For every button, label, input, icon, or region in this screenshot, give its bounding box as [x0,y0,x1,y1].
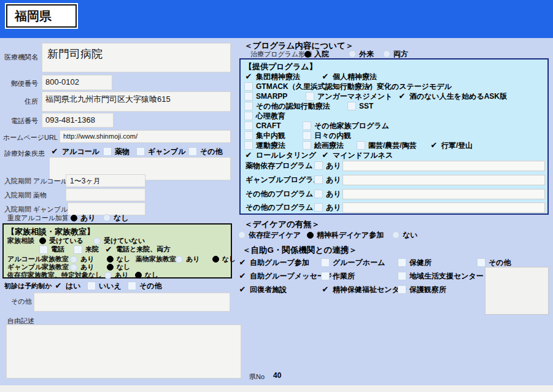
radio[interactable] [392,231,400,239]
radio[interactable] [103,214,110,221]
drug-class-ari[interactable]: あり [176,255,212,264]
gamble-program-field[interactable] [342,175,545,185]
checkbox[interactable] [430,141,438,150]
program-role-lettering[interactable]: ロールレタリング [244,150,321,161]
checkbox[interactable] [321,72,330,81]
radio[interactable] [349,50,356,58]
program-group-psychotherapy[interactable]: 集団精神療法 [244,72,321,82]
severe-option-nashi[interactable]: なし [103,213,129,223]
program-hiking[interactable]: 行軍/登山 [430,140,473,151]
coop-community-support[interactable]: 地域生活支援センター [398,271,484,282]
radio[interactable] [93,237,101,245]
program-psychoeducation[interactable]: 心理教育 [244,111,285,121]
checkbox[interactable] [39,245,48,254]
program-intensive-naikan[interactable]: 集中内観 [244,131,303,141]
checkbox[interactable] [303,131,311,140]
other-program-field-2[interactable] [342,202,545,213]
homepage-url-field[interactable]: http://www.shinmoji.com/ [60,130,231,143]
other-program-ari-2[interactable]: あり [314,202,342,213]
program-mindfulness[interactable]: マインドフルネス [321,150,393,161]
checkbox[interactable] [244,131,253,140]
program-other-family[interactable]: その他家族プログラム [303,121,389,131]
checkbox[interactable] [398,272,406,280]
facility-name-field[interactable]: 新門司病院 [42,43,231,72]
checkbox[interactable] [244,102,253,110]
mode-option-inpatient[interactable]: 入院 [304,49,349,60]
coop-health-center[interactable]: 保健所 [398,258,477,268]
checkbox[interactable] [74,245,82,254]
radio[interactable] [107,256,114,263]
checkbox[interactable] [104,245,113,254]
first-visit-other[interactable]: その他 [128,281,162,291]
first-visit-yes[interactable]: はい [54,281,87,291]
other-program-ari-1[interactable]: あり [314,189,342,199]
daycare-option-psychiatric[interactable]: 精神科デイケア参加 [307,230,392,240]
program-other-cbt[interactable]: その他の認知行動療法 [244,101,347,112]
phone-field[interactable]: 093-481-1368 [42,113,114,128]
coop-selfhelp-message[interactable]: 自助グループメッセージ [238,271,321,282]
checkbox[interactable] [477,258,485,267]
checkbox[interactable] [238,258,247,267]
checkbox[interactable] [244,141,253,150]
method-option-phone[interactable]: 電話 [39,245,74,254]
checkbox[interactable] [314,203,323,212]
radio[interactable] [307,232,314,239]
program-sst[interactable]: SST [347,102,373,110]
disease-option-other[interactable]: その他 [188,147,223,157]
disease-option-drug[interactable]: 薬物 [103,147,136,157]
postal-field[interactable]: 800-0102 [42,75,112,90]
checkbox[interactable] [303,141,311,150]
consult-option-no[interactable]: 受けていない [93,236,145,245]
coop-workshop[interactable]: 作業所 [321,271,398,282]
mode-option-outpatient[interactable]: 外来 [349,49,383,60]
checkbox[interactable] [244,82,253,91]
daycare-option-addiction[interactable]: 依存症デイケア [238,230,307,240]
program-craft[interactable]: CRAFT [244,121,303,130]
radio[interactable] [383,50,390,58]
first-visit-no[interactable]: いいえ [87,281,128,291]
checkbox[interactable] [238,285,247,294]
program-smarpp[interactable]: SMARPP [244,92,306,101]
checkbox[interactable] [314,161,323,170]
radio[interactable] [304,51,311,58]
nonspecific-class-nashi[interactable]: なし [135,271,159,280]
program-gtmack[interactable]: GTMACK（久里浜式認知行動療法） [244,82,365,92]
radio[interactable] [39,237,46,244]
radio[interactable] [212,256,219,263]
checkbox[interactable] [398,92,406,101]
radio[interactable] [176,256,183,263]
coop-recovery-facility[interactable]: 回復者施設 [238,285,321,295]
checkbox[interactable] [54,282,63,290]
checkbox[interactable] [321,151,330,159]
checkbox[interactable] [398,285,406,294]
daycare-option-none[interactable]: ない [392,230,418,240]
radio[interactable] [238,231,246,239]
checkbox[interactable] [347,102,356,110]
checkbox[interactable] [321,285,330,294]
address-field[interactable]: 福岡県北九州市門司区大字猿喰615 [42,91,231,112]
coop-other[interactable]: その他 [477,258,511,268]
checkbox[interactable] [306,92,314,101]
gamble-program-ari[interactable]: あり [314,175,342,185]
other-program-field-1[interactable] [342,189,545,199]
checkbox[interactable] [244,121,253,130]
program-anger-management[interactable]: アンガーマネジメント [306,91,398,102]
method-option-visit[interactable]: 来院 [74,245,104,254]
coop-probation-office[interactable]: 保護観察所 [398,285,446,295]
checkbox[interactable] [136,147,145,156]
checkbox[interactable] [321,272,330,280]
program-gardening[interactable]: 園芸/農芸/陶芸 [357,140,430,151]
radio[interactable] [70,264,77,271]
checkbox[interactable] [188,147,197,156]
consult-option-yes[interactable]: 受けている [39,236,93,245]
checkbox[interactable] [365,82,374,91]
disease-option-gamble[interactable]: ギャンブル [136,147,188,157]
coop-mental-health-center[interactable]: 精神保健福祉センター [321,285,398,295]
checkbox[interactable] [244,151,253,159]
checkbox[interactable] [321,258,330,267]
stay-drug-field[interactable] [66,188,145,201]
other-field[interactable] [34,293,230,312]
radio[interactable] [107,264,114,271]
radio[interactable] [135,272,142,279]
severe-option-ari[interactable]: あり [71,213,103,223]
